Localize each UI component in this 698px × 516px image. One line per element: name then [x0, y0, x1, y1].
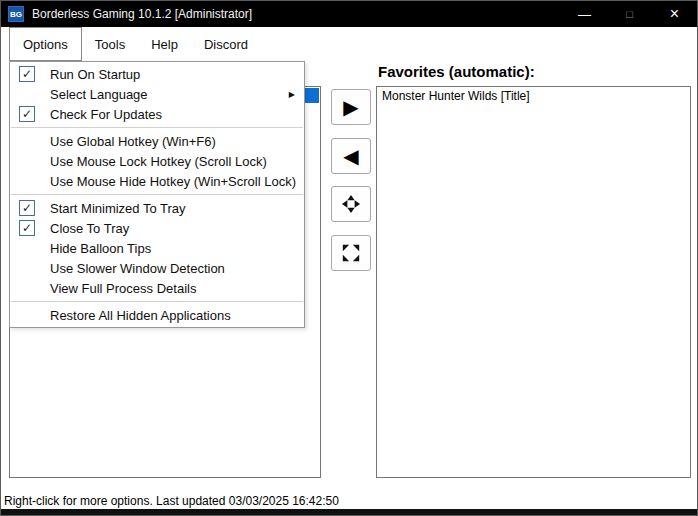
checkbox-checked-icon: ✓: [19, 66, 35, 82]
app-window: BG Borderless Gaming 10.1.2 [Administrat…: [0, 0, 698, 516]
menu-discord[interactable]: Discord: [191, 27, 261, 61]
window-bottom-edge: [1, 509, 697, 515]
menu-item-select-language[interactable]: Select Language ▶: [10, 84, 304, 104]
arrow-right-icon: ▶: [343, 97, 358, 117]
menu-item-use-global-hotkey[interactable]: Use Global Hotkey (Win+F6): [10, 131, 304, 151]
diagonal-arrows-icon: [341, 243, 361, 263]
title-bar: BG Borderless Gaming 10.1.2 [Administrat…: [1, 1, 697, 27]
menu-item-label: Use Mouse Hide Hotkey (Win+Scroll Lock): [50, 174, 296, 189]
make-borderless-button[interactable]: [331, 186, 371, 222]
menu-item-run-on-startup[interactable]: ✓ Run On Startup: [10, 64, 304, 84]
menu-item-label: Restore All Hidden Applications: [50, 308, 231, 323]
menu-item-label: Check For Updates: [50, 107, 162, 122]
status-bar: Right-click for more options. Last updat…: [1, 492, 697, 509]
checkbox-checked-icon: ✓: [19, 106, 35, 122]
remove-from-favorites-button[interactable]: ◀: [331, 138, 371, 174]
menu-item-label: View Full Process Details: [50, 281, 196, 296]
checkbox-checked-icon: ✓: [19, 200, 35, 216]
favorites-header: Favorites (automatic):: [378, 63, 535, 80]
menu-item-label: Use Mouse Lock Hotkey (Scroll Lock): [50, 154, 267, 169]
submenu-arrow-icon: ▶: [289, 90, 295, 99]
menu-item-label: Run On Startup: [50, 67, 140, 82]
menu-item-label: Close To Tray: [50, 221, 129, 236]
checkbox-checked-icon: ✓: [19, 220, 35, 236]
minimize-button[interactable]: —: [562, 1, 607, 27]
menu-separator: [11, 194, 303, 195]
menu-item-close-to-tray[interactable]: ✓ Close To Tray: [10, 218, 304, 238]
add-to-favorites-button[interactable]: ▶: [331, 89, 371, 125]
menu-item-hide-balloon-tips[interactable]: Hide Balloon Tips: [10, 238, 304, 258]
menu-item-use-mouse-hide-hotkey[interactable]: Use Mouse Hide Hotkey (Win+Scroll Lock): [10, 171, 304, 191]
menu-item-label: Start Minimized To Tray: [50, 201, 186, 216]
window-title: Borderless Gaming 10.1.2 [Administrator]: [32, 7, 252, 21]
app-icon[interactable]: BG: [8, 6, 24, 22]
menu-item-label: Use Slower Window Detection: [50, 261, 225, 276]
menu-separator: [11, 301, 303, 302]
menu-item-restore-all-hidden-applications[interactable]: Restore All Hidden Applications: [10, 305, 304, 325]
expand-arrows-icon: [341, 194, 361, 214]
menu-item-view-full-process-details[interactable]: View Full Process Details: [10, 278, 304, 298]
menu-bar: Options Tools Help Discord: [1, 27, 697, 61]
menu-separator: [11, 127, 303, 128]
menu-item-start-minimized-to-tray[interactable]: ✓ Start Minimized To Tray: [10, 198, 304, 218]
menu-item-label: Select Language: [50, 87, 148, 102]
options-dropdown-menu: ✓ Run On Startup Select Language ▶ ✓ Che…: [9, 61, 305, 328]
menu-item-label: Use Global Hotkey (Win+F6): [50, 134, 216, 149]
menu-item-label: Hide Balloon Tips: [50, 241, 151, 256]
menu-help[interactable]: Help: [138, 27, 191, 61]
menu-options[interactable]: Options: [9, 27, 82, 61]
menu-item-use-slower-window-detection[interactable]: Use Slower Window Detection: [10, 258, 304, 278]
menu-item-check-for-updates[interactable]: ✓ Check For Updates: [10, 104, 304, 124]
menu-item-use-mouse-lock-hotkey[interactable]: Use Mouse Lock Hotkey (Scroll Lock): [10, 151, 304, 171]
close-button[interactable]: ×: [652, 1, 697, 27]
arrow-left-icon: ◀: [343, 146, 358, 166]
favorites-list[interactable]: Monster Hunter Wilds [Title]: [376, 86, 691, 478]
fullscreen-button[interactable]: [331, 235, 371, 271]
maximize-button[interactable]: □: [607, 1, 652, 27]
favorites-list-item[interactable]: Monster Hunter Wilds [Title]: [377, 87, 690, 105]
window-controls: — □ ×: [562, 1, 697, 27]
status-text: Right-click for more options. Last updat…: [4, 494, 339, 508]
menu-tools[interactable]: Tools: [82, 27, 138, 61]
